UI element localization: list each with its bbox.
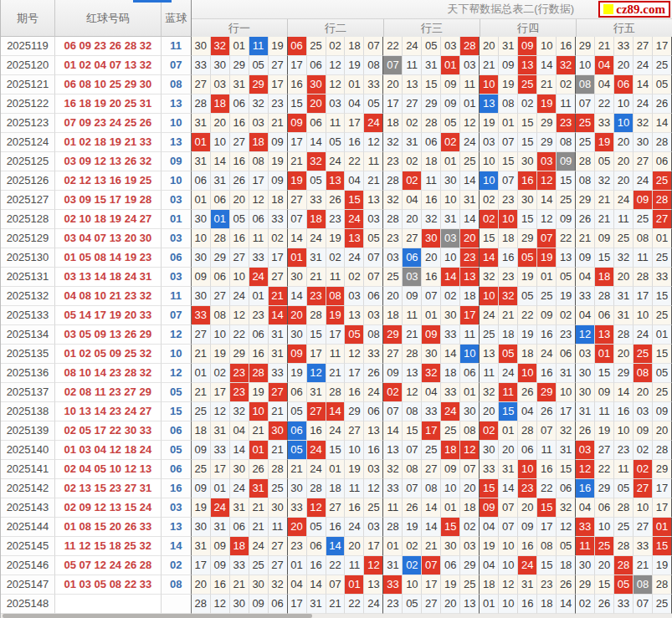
scrollbar-thumb[interactable] [3, 614, 312, 618]
number-cell: 24 [403, 37, 422, 56]
red-hit-cell: 07 [537, 229, 557, 248]
number-cell: 18 [499, 325, 518, 345]
number-cell: 22 [557, 229, 576, 248]
red-hit-cell: 24 [249, 268, 269, 287]
number-cell: 27 [326, 498, 346, 518]
number-cell: 33 [269, 210, 288, 229]
horizontal-scrollbar[interactable] [1, 614, 672, 618]
red-hit-cell: 12 [364, 556, 383, 575]
number-cell: 28 [653, 575, 672, 595]
number-cell: 32 [383, 191, 403, 210]
number-cell: 31 [403, 133, 422, 152]
table-row: 202512802 10 18 19 24 270130010506330718… [1, 210, 672, 229]
red-hit-cell: 10 [518, 364, 537, 383]
number-cell: 08 [403, 402, 422, 421]
number-cell: 04 [288, 575, 307, 595]
title-row: 天下帮数据总表二(行数据) cz89.com [192, 0, 672, 18]
period-cell: 2025146 [1, 556, 55, 575]
number-cell: 24 [345, 518, 364, 537]
number-cell: 18 [269, 191, 288, 210]
number-cell: 03 [345, 287, 364, 306]
number-cell: 11 [269, 518, 288, 537]
number-cell: 10 [576, 56, 595, 75]
number-cell: 33 [614, 595, 634, 614]
number-cell: 32 [557, 421, 576, 441]
red-hit-cell: 27 [269, 383, 288, 402]
blue-hit-cell: 10 [480, 171, 499, 191]
table-row: 202514401 08 15 20 26 331330310621112005… [1, 518, 672, 537]
section-header-5: 行五 [577, 19, 672, 38]
number-cell: 25 [383, 268, 403, 287]
period-cell: 2025124 [1, 133, 55, 152]
number-cell: 08 [364, 56, 383, 75]
number-cell: 25 [614, 518, 634, 537]
red-balls-cell: 01 03 04 12 18 24 [55, 441, 162, 460]
number-cell: 30 [211, 56, 230, 75]
number-cell: 29 [576, 575, 595, 595]
blue-hit-cell: 16 [576, 479, 595, 498]
number-cell: 31 [499, 37, 518, 56]
number-cell: 20 [634, 383, 653, 402]
number-cell: 31 [518, 575, 537, 595]
red-hit-cell: 09 [634, 191, 653, 210]
number-cell: 32 [269, 575, 288, 595]
number-cell: 09 [441, 460, 460, 479]
red-hit-cell: 23 [557, 114, 576, 133]
number-cell: 03 [460, 537, 480, 556]
red-hit-cell: 05 [518, 248, 537, 268]
blue-ball-cell: 16 [162, 479, 192, 498]
number-cell: 24 [249, 537, 269, 556]
red-hit-cell: 24 [307, 441, 326, 460]
number-cell: 30 [192, 210, 211, 229]
number-cell: 29 [537, 133, 557, 152]
site-logo[interactable]: cz89.com [598, 1, 670, 18]
number-cell: 15 [288, 94, 307, 114]
number-cell: 06 [364, 287, 383, 306]
number-cell: 06 [307, 114, 326, 133]
number-cell: 06 [249, 210, 269, 229]
number-cell: 14 [288, 229, 307, 248]
red-hit-cell: 30 [307, 75, 326, 94]
number-cell: 21 [192, 345, 211, 364]
red-hit-cell: 19 [537, 94, 557, 114]
number-cell: 27 [345, 421, 364, 441]
period-cell: 2025137 [1, 383, 55, 402]
number-cell: 24 [364, 595, 383, 614]
number-cell: 17 [269, 75, 288, 94]
number-cell: 24 [634, 171, 653, 191]
red-hit-cell: 25 [518, 75, 537, 94]
number-cell: 12 [345, 345, 364, 364]
top-blue-strip [133, 0, 172, 3]
number-cell: 09 [249, 595, 269, 614]
number-cell: 21 [403, 325, 422, 345]
number-cell: 31 [422, 56, 441, 75]
number-cell: 09 [537, 306, 557, 325]
number-cell: 05 [403, 595, 422, 614]
red-hit-cell: 13 [326, 171, 346, 191]
number-cell: 25 [192, 402, 211, 421]
number-cell: 10 [211, 133, 230, 152]
number-cell: 16 [422, 191, 441, 210]
table-row: 202514001 03 04 12 18 240509331401210524… [1, 441, 672, 460]
table-row: 202512001 02 04 07 13 320733302905271706… [1, 56, 672, 75]
red-hit-cell: 14 [269, 306, 288, 325]
number-cell: 32 [557, 498, 576, 518]
number-cell: 10 [499, 537, 518, 556]
number-cell: 16 [211, 575, 230, 595]
number-cell: 01 [480, 595, 499, 614]
number-cell: 01 [653, 229, 672, 248]
number-cell: 33 [441, 325, 460, 345]
number-cell: 30 [230, 595, 249, 614]
period-cell: 2025132 [1, 287, 55, 306]
number-cell: 23 [288, 537, 307, 556]
number-cell: 32 [480, 383, 499, 402]
number-cell: 30 [441, 306, 460, 325]
number-cell: 21 [230, 575, 249, 595]
table-row: 202512307 09 23 24 25 261031201603210906… [1, 114, 672, 133]
number-cell: 03 [576, 345, 595, 364]
number-cell: 30 [441, 171, 460, 191]
table-row: 202513902 05 17 22 30 330618310421300616… [1, 421, 672, 441]
number-cell: 16 [537, 460, 557, 479]
number-cell: 26 [576, 210, 595, 229]
number-cell: 33 [422, 402, 441, 421]
